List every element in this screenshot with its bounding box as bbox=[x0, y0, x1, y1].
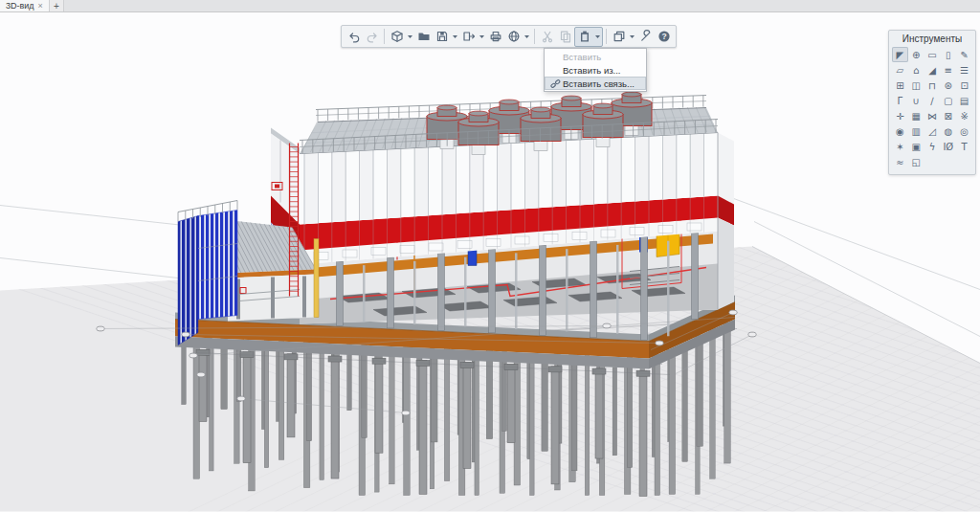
toolbar-separator bbox=[606, 29, 607, 44]
copy-button[interactable] bbox=[556, 28, 574, 46]
tool-sprinkler[interactable]: ※ bbox=[956, 108, 972, 123]
tool-ramp[interactable]: ◢ bbox=[924, 62, 941, 78]
tab-label: 3D-вид bbox=[6, 1, 34, 11]
tool-floor[interactable]: ▱ bbox=[892, 62, 908, 78]
tool-door[interactable]: ◫ bbox=[908, 78, 924, 93]
chevron-down-icon bbox=[453, 35, 457, 38]
project-button[interactable] bbox=[388, 28, 406, 46]
settings-wrench-icon bbox=[641, 31, 649, 41]
tool-window[interactable]: ⊞ bbox=[892, 78, 908, 93]
tool-air-terminal[interactable]: ◎ bbox=[956, 123, 972, 139]
tab-3d-view[interactable]: 3D-вид × bbox=[0, 0, 50, 11]
chevron-down-icon bbox=[408, 35, 412, 38]
windows-caret[interactable] bbox=[628, 28, 636, 46]
tab-close-icon[interactable]: × bbox=[38, 2, 43, 11]
yellow-column bbox=[314, 239, 319, 318]
tool-stair[interactable]: ≡ bbox=[940, 62, 956, 78]
redo-icon bbox=[368, 33, 376, 42]
settings-button[interactable] bbox=[636, 28, 655, 46]
paste-dropdown-menu: ВставитьВставить из...Вставить связь... bbox=[544, 48, 647, 92]
tool-pipe-elbow[interactable]: Γ bbox=[892, 93, 908, 108]
building-main bbox=[271, 92, 734, 340]
export-button[interactable] bbox=[459, 28, 478, 46]
svg-text:?: ? bbox=[661, 32, 666, 41]
tools-grid: ◤⊕▭▯✎▱⌂◢≡☰⊞◫⊓⊛⊡Γ∪∕▢▤✛▦⋈⊠※◉▥◿◍◎✶▣ϟIØT≈◱ bbox=[892, 47, 972, 169]
tool-text[interactable]: T bbox=[956, 139, 972, 154]
menu-item-label: Вставить из... bbox=[563, 65, 621, 76]
tool-opening[interactable]: ▢ bbox=[940, 93, 956, 108]
export-icon bbox=[464, 33, 470, 40]
undo-icon bbox=[350, 33, 359, 42]
paste-button[interactable] bbox=[575, 28, 593, 46]
viewport-3d[interactable]: ? ВставитьВставить из...Вставить связь..… bbox=[0, 12, 980, 512]
tool-electric-panel[interactable]: ▦ bbox=[908, 108, 924, 123]
collaboration-button[interactable] bbox=[504, 28, 523, 46]
tool-electric-cabinet[interactable]: ▣ bbox=[908, 139, 924, 154]
scene-3d-model bbox=[0, 12, 980, 512]
menu-item-2[interactable]: Вставить связь... bbox=[545, 77, 646, 90]
save-caret[interactable] bbox=[451, 28, 459, 46]
chevron-down-icon bbox=[630, 35, 635, 38]
tool-group[interactable]: ◱ bbox=[908, 154, 924, 169]
tool-duct-fitting[interactable]: ◿ bbox=[924, 123, 941, 139]
chevron-down-icon bbox=[479, 35, 484, 38]
project-caret[interactable] bbox=[406, 28, 414, 46]
tools-panel: Инструменты ◤⊕▭▯✎▱⌂◢≡☰⊞◫⊓⊛⊡Γ∪∕▢▤✛▦⋈⊠※◉▥◿… bbox=[888, 30, 976, 175]
link-icon bbox=[547, 78, 563, 89]
tools-panel-title: Инструменты bbox=[892, 33, 972, 44]
chevron-down-icon bbox=[595, 35, 600, 38]
tool-wall[interactable]: ▭ bbox=[924, 47, 941, 62]
tool-assembly[interactable]: ⊡ bbox=[956, 78, 972, 93]
menu-item-label: Вставить связь... bbox=[563, 78, 635, 89]
new-tab-button[interactable]: + bbox=[50, 0, 64, 11]
chevron-down-icon bbox=[524, 35, 529, 38]
tool-plate[interactable]: ⊓ bbox=[924, 78, 941, 93]
tool-railing[interactable]: ☰ bbox=[956, 62, 972, 78]
paste-caret[interactable] bbox=[593, 28, 602, 46]
tool-wiring[interactable]: ϟ bbox=[924, 139, 941, 154]
menu-item-1[interactable]: Вставить из... bbox=[545, 63, 646, 77]
tool-plumbing-fixture[interactable]: ∪ bbox=[908, 93, 924, 108]
export-caret[interactable] bbox=[478, 28, 486, 46]
tool-axis[interactable]: ⊕ bbox=[908, 47, 924, 62]
menu-item-label: Вставить bbox=[563, 52, 601, 62]
windows-icon bbox=[614, 34, 621, 41]
paste-button-pressed-group bbox=[574, 27, 603, 47]
save-button[interactable] bbox=[433, 28, 451, 46]
tool-drawing[interactable]: ▤ bbox=[956, 93, 972, 108]
main-toolbar: ? bbox=[341, 25, 677, 48]
tool-pipe-valve[interactable]: ⊠ bbox=[940, 108, 956, 123]
tool-column[interactable]: ▯ bbox=[940, 47, 956, 62]
menu-item-0: Вставить bbox=[545, 50, 646, 63]
tool-pump[interactable]: ◉ bbox=[892, 123, 908, 139]
tool-damper[interactable]: ◍ bbox=[940, 123, 956, 139]
windows-button[interactable] bbox=[610, 28, 628, 46]
tool-circuit[interactable]: IØ bbox=[940, 139, 956, 154]
tool-light-fixture[interactable]: ✶ bbox=[892, 139, 908, 154]
toolbar-separator bbox=[384, 29, 385, 44]
tool-line[interactable]: ∕ bbox=[924, 93, 941, 108]
annex-blue-wall-side bbox=[178, 216, 198, 345]
undo-button[interactable] bbox=[345, 28, 363, 46]
tab-bar: 3D-вид × + bbox=[0, 0, 980, 12]
tool-route[interactable]: ✛ bbox=[892, 108, 908, 123]
open-folder-icon bbox=[418, 33, 429, 41]
cut-icon bbox=[545, 33, 550, 40]
tool-pipe-fitting[interactable]: ⋈ bbox=[924, 108, 941, 123]
help-button[interactable]: ? bbox=[655, 28, 673, 46]
open-button[interactable] bbox=[414, 28, 433, 46]
cut-button[interactable] bbox=[538, 28, 556, 46]
print-button[interactable] bbox=[486, 28, 504, 46]
tool-equipment[interactable]: ⊛ bbox=[940, 78, 956, 93]
tool-select[interactable]: ◤ bbox=[892, 47, 908, 62]
tool-spline[interactable]: ≈ bbox=[892, 154, 908, 169]
annex-blue-wall-front bbox=[198, 211, 237, 320]
tool-beam[interactable]: ✎ bbox=[956, 47, 972, 62]
tool-roof[interactable]: ⌂ bbox=[908, 62, 924, 78]
collaboration-caret[interactable] bbox=[523, 28, 531, 46]
tool-duct[interactable]: ▥ bbox=[908, 123, 924, 139]
toolbar-separator bbox=[534, 29, 535, 44]
redo-button[interactable] bbox=[363, 28, 381, 46]
